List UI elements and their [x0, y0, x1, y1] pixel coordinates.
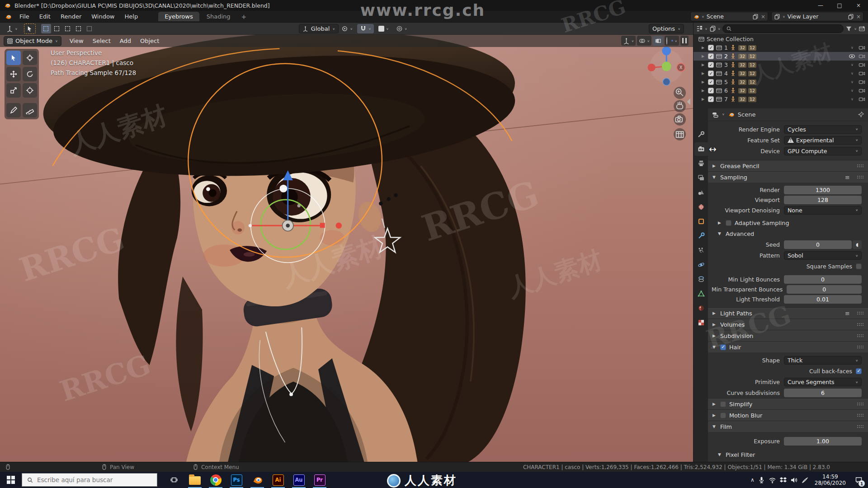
tab-constraints[interactable]	[694, 272, 708, 286]
viewport-samples-field[interactable]: 128	[784, 196, 862, 204]
scene-selector[interactable]: ∨ Scene ×	[690, 12, 768, 21]
maximize-button[interactable]: □	[830, 0, 849, 11]
simplify-checkbox[interactable]	[720, 401, 726, 407]
collection-checkbox[interactable]	[708, 88, 714, 94]
collection-checkbox[interactable]	[708, 96, 714, 102]
drag-grip-icon[interactable]	[857, 323, 863, 327]
select-mode-new[interactable]	[41, 24, 51, 33]
expand-icon[interactable]: ▶	[702, 54, 706, 58]
viewport-menu-select[interactable]: Select	[88, 36, 115, 46]
hide-icon[interactable]: ∨	[851, 80, 855, 84]
preset-icon[interactable]: ≡	[845, 174, 850, 181]
taskbar-app-explorer[interactable]	[184, 472, 205, 488]
drag-grip-icon[interactable]	[857, 164, 863, 168]
pin-icon[interactable]	[858, 111, 864, 118]
taskbar-app-chrome[interactable]	[205, 472, 226, 488]
select-mode-invert[interactable]	[74, 24, 84, 33]
adaptive-sampling-row[interactable]: ▶Adaptive Sampling	[708, 217, 868, 228]
shading-wireframe[interactable]	[666, 38, 667, 44]
hide-icon[interactable]: ∨	[851, 89, 855, 93]
min-light-bounces-field[interactable]: 0	[784, 275, 862, 284]
tool-scale[interactable]	[6, 83, 21, 98]
drag-grip-icon[interactable]	[857, 311, 863, 315]
collection-checkbox[interactable]	[708, 53, 714, 59]
close-button[interactable]: ×	[849, 0, 868, 11]
tab-world[interactable]	[694, 200, 708, 214]
speaker-icon[interactable]	[790, 476, 798, 484]
render-visibility-icon[interactable]	[859, 87, 865, 94]
render-visibility-icon[interactable]	[859, 61, 865, 68]
tab-physics[interactable]	[694, 258, 708, 272]
expand-icon[interactable]: ▶	[702, 89, 706, 93]
drag-grip-icon[interactable]	[857, 425, 863, 429]
collection-row[interactable]: ▶ 3 32 12 ∨	[693, 61, 868, 69]
viewport-3d-scene[interactable]: X	[0, 35, 693, 462]
collection-row[interactable]: ▶ 1 32 12 ∨	[693, 43, 868, 52]
tool-annotate[interactable]	[6, 103, 21, 117]
unlink-scene-icon[interactable]: ×	[761, 14, 765, 20]
transform-orientation-dropdown[interactable]: Global ∨	[299, 24, 339, 33]
expand-icon[interactable]: ▶	[702, 46, 706, 50]
cull-backfaces-checkbox[interactable]	[856, 368, 862, 374]
render-visibility-icon[interactable]	[859, 53, 865, 60]
tab-texture[interactable]	[694, 316, 708, 329]
pivot-point-dropdown[interactable]: ∨	[339, 24, 355, 33]
outliner-search[interactable]	[722, 24, 844, 33]
viewport-denoising-select[interactable]: None∨	[784, 206, 862, 215]
proportional-edit-dropdown[interactable]: ∨	[393, 24, 410, 33]
tab-object-data[interactable]	[694, 287, 708, 300]
collection-row[interactable]: ▶ 4 32 12 ∨	[693, 69, 868, 78]
drag-grip-icon[interactable]	[857, 175, 863, 179]
snap-toggle[interactable]: ∨	[357, 24, 374, 33]
tab-material[interactable]	[694, 301, 708, 315]
xray-toggle[interactable]	[653, 36, 663, 46]
taskbar-app-premiere[interactable]: Pr	[309, 472, 330, 488]
render-visibility-icon[interactable]	[859, 70, 865, 77]
workspace-tab-eyebrows[interactable]: Eyebrows	[158, 12, 199, 21]
pattern-select[interactable]: Sobol∨	[784, 251, 862, 260]
menu-file[interactable]: File	[14, 12, 34, 21]
tool-transform[interactable]	[23, 83, 37, 98]
tab-render[interactable]	[694, 142, 708, 156]
tray-expand-chevron-icon[interactable]: ∧	[750, 477, 755, 483]
motion-blur-checkbox[interactable]	[720, 413, 726, 418]
start-button[interactable]	[0, 472, 22, 488]
overlays-toggle[interactable]: ∨	[637, 36, 651, 46]
filter-icon[interactable]	[845, 25, 852, 32]
curve-subdivisions-field[interactable]: 6	[784, 389, 862, 397]
min-transparent-bounces-field[interactable]: 0	[787, 285, 862, 294]
hide-icon[interactable]: ∨	[851, 46, 855, 50]
advanced-row[interactable]: ▼Advanced	[708, 228, 868, 239]
viewport-menu-add[interactable]: Add	[115, 36, 136, 46]
remove-view-layer-icon[interactable]: ×	[856, 14, 861, 20]
section-subdivision[interactable]: ▶Subdivision	[708, 330, 868, 341]
tab-modifiers[interactable]	[694, 229, 708, 243]
collection-checkbox[interactable]	[708, 62, 714, 68]
select-mode-subtract[interactable]	[63, 24, 73, 33]
active-tool-dropdown[interactable]: ∨	[4, 24, 20, 33]
menu-render[interactable]: Render	[56, 12, 86, 21]
pixel-filter-row[interactable]: ▼Pixel Filter	[708, 449, 868, 460]
tool-measure[interactable]	[23, 103, 37, 117]
tab-tool[interactable]	[694, 128, 708, 141]
tab-view-layer[interactable]	[694, 171, 708, 185]
microphone-icon[interactable]	[758, 476, 765, 484]
collection-row-selected[interactable]: ▶ 2 32 12	[693, 52, 868, 61]
display-mode-icon[interactable]	[709, 25, 716, 32]
blender-logo-icon[interactable]	[5, 13, 12, 20]
tool-rotate[interactable]	[23, 67, 37, 81]
section-hair[interactable]: ▼Hair	[708, 341, 868, 352]
wifi-icon[interactable]	[769, 476, 776, 484]
preset-icon[interactable]: ≡	[845, 310, 850, 317]
shading-rendered[interactable]	[671, 40, 673, 42]
menu-edit[interactable]: Edit	[34, 12, 56, 21]
workspace-add-button[interactable]: +	[238, 13, 250, 20]
section-volumes[interactable]: ▶Volumes	[708, 319, 868, 330]
collection-checkbox[interactable]	[708, 70, 714, 76]
feature-set-select[interactable]: Experimental∨	[784, 136, 862, 145]
square-samples-checkbox[interactable]	[856, 263, 862, 269]
tool-select-box[interactable]	[6, 51, 21, 65]
tab-scene[interactable]	[694, 186, 708, 199]
drag-grip-icon[interactable]	[857, 345, 863, 349]
eye-icon[interactable]	[849, 53, 855, 60]
